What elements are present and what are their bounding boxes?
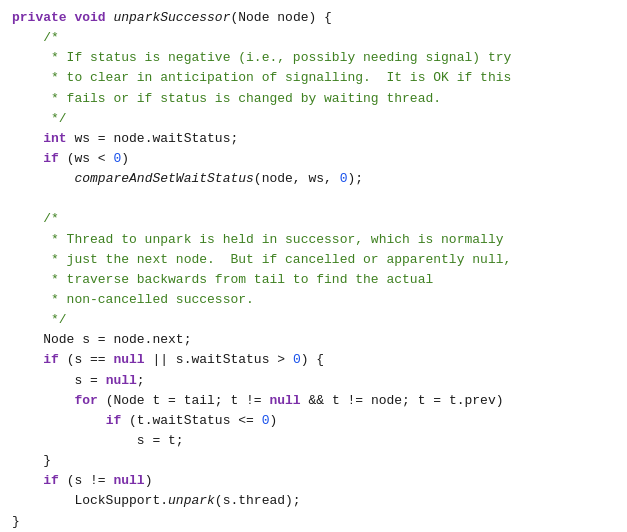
code-token: LockSupport. (12, 493, 168, 508)
code-token: ) (269, 413, 277, 428)
code-token: compareAndSetWaitStatus (74, 171, 253, 186)
code-token: } (12, 453, 51, 468)
code-token: s = t; (12, 433, 184, 448)
code-token: * non-cancelled successor. (12, 292, 254, 307)
code-token: */ (12, 312, 67, 327)
code-token: void (74, 10, 113, 25)
code-token: || s.waitStatus > (145, 352, 293, 367)
code-token: * to clear in anticipation of signalling… (12, 70, 511, 85)
code-token (12, 393, 74, 408)
code-token: ) (121, 151, 129, 166)
code-token (12, 151, 43, 166)
code-line: compareAndSetWaitStatus(node, ws, 0); (12, 169, 615, 189)
code-line: * traverse backwards from tail to find t… (12, 270, 615, 290)
code-token: * Thread to unpark is held in successor,… (12, 232, 503, 247)
code-token: null (113, 473, 144, 488)
code-line: s = t; (12, 431, 615, 451)
code-token: * just the next node. But if cancelled o… (12, 252, 511, 267)
code-token (12, 171, 74, 186)
code-line: s = null; (12, 371, 615, 391)
code-token: int (43, 131, 66, 146)
code-token: */ (12, 111, 67, 126)
code-token (12, 131, 43, 146)
code-token (12, 413, 106, 428)
code-line: int ws = node.waitStatus; (12, 129, 615, 149)
code-token: (node, ws, (254, 171, 340, 186)
code-line: * Thread to unpark is held in successor,… (12, 230, 615, 250)
code-line: } (12, 451, 615, 471)
code-token: unparkSuccessor (113, 10, 230, 25)
code-token: for (74, 393, 97, 408)
code-token: if (43, 352, 59, 367)
code-token: if (106, 413, 122, 428)
code-line: private void unparkSuccessor(Node node) … (12, 8, 615, 28)
code-viewer: private void unparkSuccessor(Node node) … (12, 8, 615, 532)
code-line: /* (12, 209, 615, 229)
code-line: if (t.waitStatus <= 0) (12, 411, 615, 431)
code-token: ); (348, 171, 364, 186)
code-line: */ (12, 310, 615, 330)
code-line: if (ws < 0) (12, 149, 615, 169)
code-line: /* (12, 28, 615, 48)
code-token: (Node node) { (230, 10, 331, 25)
code-token: ) { (301, 352, 324, 367)
code-token: if (43, 151, 59, 166)
code-token: null (269, 393, 300, 408)
code-token: /* (12, 30, 59, 45)
code-token: } (12, 514, 20, 529)
code-token: null (106, 373, 137, 388)
code-line: */ (12, 109, 615, 129)
code-token: * fails or if status is changed by waiti… (12, 91, 441, 106)
code-token: ) (145, 473, 153, 488)
code-line: * If status is negative (i.e., possibly … (12, 48, 615, 68)
code-token (12, 473, 43, 488)
code-token: null (113, 352, 144, 367)
code-token: * traverse backwards from tail to find t… (12, 272, 433, 287)
code-token: (s != (59, 473, 114, 488)
code-line: LockSupport.unpark(s.thread); (12, 491, 615, 511)
code-line (12, 189, 615, 209)
code-token: unpark (168, 493, 215, 508)
code-token: 0 (340, 171, 348, 186)
code-line: Node s = node.next; (12, 330, 615, 350)
code-token: (Node t = tail; t != (98, 393, 270, 408)
code-token: /* (12, 211, 59, 226)
code-line: for (Node t = tail; t != null && t != no… (12, 391, 615, 411)
code-line: if (s == null || s.waitStatus > 0) { (12, 350, 615, 370)
code-token: ; (137, 373, 145, 388)
code-token: (s.thread); (215, 493, 301, 508)
code-line: * to clear in anticipation of signalling… (12, 68, 615, 88)
code-token (12, 352, 43, 367)
code-token: private (12, 10, 74, 25)
code-line: } (12, 512, 615, 532)
code-token: (s == (59, 352, 114, 367)
code-line: * fails or if status is changed by waiti… (12, 89, 615, 109)
code-token: * If status is negative (i.e., possibly … (12, 50, 511, 65)
code-token: s = (12, 373, 106, 388)
code-line: * non-cancelled successor. (12, 290, 615, 310)
code-token: (t.waitStatus <= (121, 413, 261, 428)
code-line: if (s != null) (12, 471, 615, 491)
code-token: Node s = node.next; (12, 332, 191, 347)
code-token: if (43, 473, 59, 488)
code-token: && t != node; t = t.prev) (301, 393, 504, 408)
code-line: * just the next node. But if cancelled o… (12, 250, 615, 270)
code-token: 0 (293, 352, 301, 367)
code-token: ws = node.waitStatus; (67, 131, 239, 146)
code-token: (ws < (59, 151, 114, 166)
